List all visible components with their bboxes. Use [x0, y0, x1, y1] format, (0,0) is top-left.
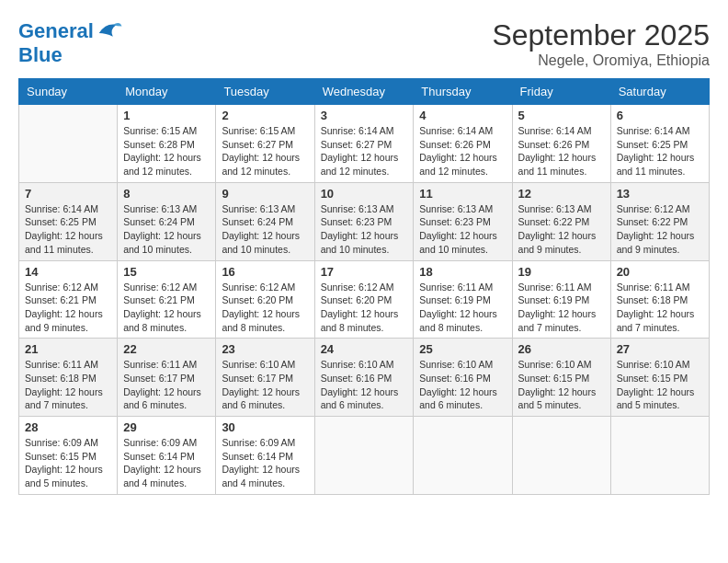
day-number: 13	[617, 187, 703, 201]
sunset-text: Sunset: 6:28 PM	[123, 138, 210, 152]
calendar-cell	[314, 417, 414, 495]
daylight-text: Daylight: 12 hoursand 8 minutes.	[123, 307, 210, 334]
calendar-cell: 16Sunrise: 6:12 AMSunset: 6:20 PMDayligh…	[216, 260, 314, 339]
sunset-text: Sunset: 6:26 PM	[419, 138, 506, 152]
daylight-text: Daylight: 12 hoursand 11 minutes.	[617, 151, 703, 178]
day-info: Sunrise: 6:13 AMSunset: 6:22 PMDaylight:…	[518, 202, 605, 257]
sunset-text: Sunset: 6:27 PM	[321, 138, 408, 152]
sunrise-text: Sunrise: 6:11 AM	[25, 358, 111, 372]
calendar-cell: 17Sunrise: 6:12 AMSunset: 6:20 PMDayligh…	[314, 260, 414, 339]
calendar-cell: 21Sunrise: 6:11 AMSunset: 6:18 PMDayligh…	[19, 339, 118, 417]
sunrise-text: Sunrise: 6:14 AM	[321, 124, 408, 138]
sunset-text: Sunset: 6:21 PM	[25, 293, 111, 307]
calendar-cell: 25Sunrise: 6:10 AMSunset: 6:16 PMDayligh…	[414, 339, 512, 417]
day-number: 12	[518, 187, 605, 201]
sunrise-text: Sunrise: 6:14 AM	[617, 124, 703, 138]
day-number: 4	[419, 109, 506, 122]
daylight-text: Daylight: 12 hoursand 9 minutes.	[25, 307, 111, 334]
day-info: Sunrise: 6:14 AMSunset: 6:25 PMDaylight:…	[617, 124, 703, 178]
day-info: Sunrise: 6:10 AMSunset: 6:16 PMDaylight:…	[321, 358, 408, 412]
sunset-text: Sunset: 6:19 PM	[419, 293, 506, 307]
day-number: 10	[321, 187, 408, 201]
calendar-cell: 27Sunrise: 6:10 AMSunset: 6:15 PMDayligh…	[610, 339, 709, 417]
logo-blue: Blue	[18, 44, 123, 66]
calendar-cell: 12Sunrise: 6:13 AMSunset: 6:22 PMDayligh…	[512, 182, 610, 260]
day-number: 28	[25, 420, 111, 434]
daylight-text: Daylight: 12 hoursand 10 minutes.	[123, 229, 210, 256]
day-info: Sunrise: 6:11 AMSunset: 6:19 PMDaylight:…	[518, 281, 605, 335]
sunset-text: Sunset: 6:20 PM	[222, 293, 308, 307]
sunrise-text: Sunrise: 6:09 AM	[25, 436, 111, 450]
day-info: Sunrise: 6:10 AMSunset: 6:15 PMDaylight:…	[518, 358, 605, 412]
daylight-text: Daylight: 12 hoursand 7 minutes.	[25, 385, 111, 412]
daylight-text: Daylight: 12 hoursand 4 minutes.	[123, 463, 210, 489]
day-info: Sunrise: 6:10 AMSunset: 6:17 PMDaylight:…	[222, 358, 308, 412]
calendar-cell: 6Sunrise: 6:14 AMSunset: 6:25 PMDaylight…	[610, 105, 709, 183]
daylight-text: Daylight: 12 hoursand 10 minutes.	[419, 229, 506, 256]
day-number: 18	[419, 265, 506, 279]
sunset-text: Sunset: 6:17 PM	[222, 372, 308, 385]
sunrise-text: Sunrise: 6:10 AM	[419, 358, 506, 372]
sunrise-text: Sunrise: 6:12 AM	[123, 281, 210, 294]
day-number: 9	[222, 187, 308, 201]
day-info: Sunrise: 6:15 AMSunset: 6:27 PMDaylight:…	[222, 124, 308, 178]
day-info: Sunrise: 6:13 AMSunset: 6:24 PMDaylight:…	[222, 202, 308, 257]
logo: General Blue	[18, 18, 123, 66]
sunset-text: Sunset: 6:22 PM	[617, 215, 703, 229]
day-info: Sunrise: 6:10 AMSunset: 6:16 PMDaylight:…	[419, 358, 506, 412]
sunset-text: Sunset: 6:23 PM	[321, 215, 408, 229]
sunrise-text: Sunrise: 6:11 AM	[419, 281, 506, 294]
day-number: 2	[222, 109, 308, 122]
day-number: 3	[321, 109, 408, 122]
sunset-text: Sunset: 6:18 PM	[617, 293, 703, 307]
logo-text: General	[18, 20, 94, 42]
day-number: 11	[419, 187, 506, 201]
week-row-3: 14Sunrise: 6:12 AMSunset: 6:21 PMDayligh…	[19, 260, 710, 339]
sunrise-text: Sunrise: 6:10 AM	[518, 358, 605, 372]
day-number: 24	[321, 342, 408, 356]
day-info: Sunrise: 6:09 AMSunset: 6:15 PMDaylight:…	[25, 436, 111, 490]
daylight-text: Daylight: 12 hoursand 10 minutes.	[321, 229, 408, 256]
daylight-text: Daylight: 12 hoursand 8 minutes.	[222, 307, 308, 334]
calendar-cell: 23Sunrise: 6:10 AMSunset: 6:17 PMDayligh…	[216, 339, 314, 417]
logo-bird-icon	[96, 18, 123, 44]
calendar-cell	[512, 417, 610, 495]
sunset-text: Sunset: 6:17 PM	[123, 372, 210, 385]
day-number: 1	[123, 109, 210, 122]
day-info: Sunrise: 6:14 AMSunset: 6:26 PMDaylight:…	[419, 124, 506, 178]
sunrise-text: Sunrise: 6:10 AM	[321, 358, 408, 372]
sunset-text: Sunset: 6:27 PM	[222, 138, 308, 152]
sunset-text: Sunset: 6:14 PM	[123, 450, 210, 464]
calendar-cell: 11Sunrise: 6:13 AMSunset: 6:23 PMDayligh…	[414, 182, 512, 260]
daylight-text: Daylight: 12 hoursand 10 minutes.	[222, 229, 308, 256]
sunrise-text: Sunrise: 6:09 AM	[222, 436, 308, 450]
sunset-text: Sunset: 6:22 PM	[518, 215, 605, 229]
sunrise-text: Sunrise: 6:15 AM	[222, 124, 308, 138]
weekday-header-sunday: Sunday	[19, 79, 118, 105]
day-info: Sunrise: 6:09 AMSunset: 6:14 PMDaylight:…	[222, 436, 308, 490]
day-info: Sunrise: 6:11 AMSunset: 6:18 PMDaylight:…	[617, 281, 703, 335]
weekday-header-friday: Friday	[512, 79, 610, 105]
daylight-text: Daylight: 12 hoursand 12 minutes.	[123, 151, 210, 178]
daylight-text: Daylight: 12 hoursand 11 minutes.	[25, 229, 111, 256]
day-info: Sunrise: 6:11 AMSunset: 6:18 PMDaylight:…	[25, 358, 111, 412]
daylight-text: Daylight: 12 hoursand 11 minutes.	[518, 151, 605, 178]
daylight-text: Daylight: 12 hoursand 9 minutes.	[617, 229, 703, 256]
day-info: Sunrise: 6:13 AMSunset: 6:23 PMDaylight:…	[419, 202, 506, 257]
sunrise-text: Sunrise: 6:10 AM	[617, 358, 703, 372]
calendar-cell: 30Sunrise: 6:09 AMSunset: 6:14 PMDayligh…	[216, 417, 314, 495]
sunset-text: Sunset: 6:26 PM	[518, 138, 605, 152]
daylight-text: Daylight: 12 hoursand 4 minutes.	[222, 463, 308, 489]
daylight-text: Daylight: 12 hoursand 6 minutes.	[123, 385, 210, 412]
day-info: Sunrise: 6:14 AMSunset: 6:25 PMDaylight:…	[25, 202, 111, 257]
day-info: Sunrise: 6:14 AMSunset: 6:27 PMDaylight:…	[321, 124, 408, 178]
week-row-1: 1Sunrise: 6:15 AMSunset: 6:28 PMDaylight…	[19, 105, 710, 183]
sunset-text: Sunset: 6:25 PM	[617, 138, 703, 152]
sunset-text: Sunset: 6:23 PM	[419, 215, 506, 229]
day-number: 6	[617, 109, 703, 122]
sunrise-text: Sunrise: 6:14 AM	[518, 124, 605, 138]
calendar-cell: 18Sunrise: 6:11 AMSunset: 6:19 PMDayligh…	[414, 260, 512, 339]
day-info: Sunrise: 6:12 AMSunset: 6:21 PMDaylight:…	[25, 281, 111, 335]
sunset-text: Sunset: 6:19 PM	[518, 293, 605, 307]
week-row-2: 7Sunrise: 6:14 AMSunset: 6:25 PMDaylight…	[19, 182, 710, 260]
